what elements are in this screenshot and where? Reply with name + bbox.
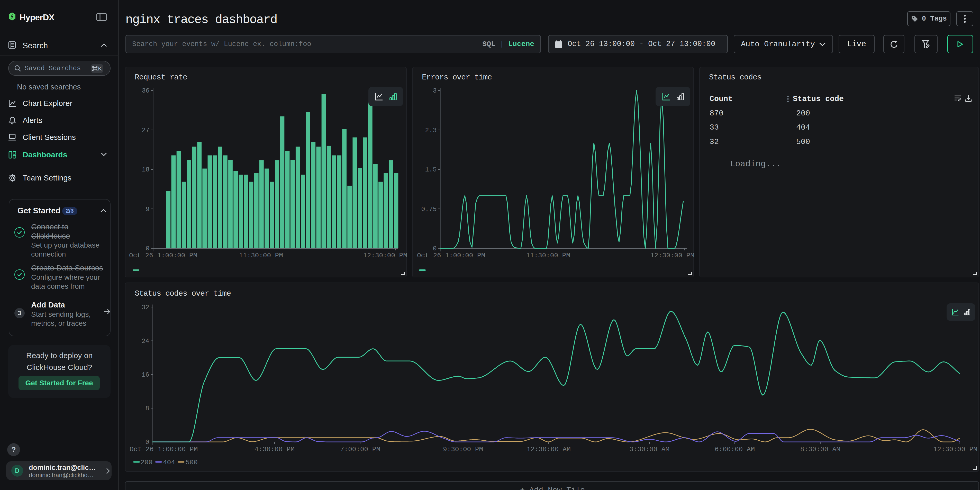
svg-text:12:30:00 PM: 12:30:00 PM [650,252,694,259]
svg-text:Oct 26 1:00:00 PM: Oct 26 1:00:00 PM [129,252,197,259]
svg-text:32: 32 [142,304,149,311]
svg-text:3: 3 [433,87,436,95]
svg-text:200: 200 [140,459,153,466]
svg-text:1.5: 1.5 [425,166,436,173]
svg-text:4:30:00 PM: 4:30:00 PM [255,445,294,453]
svg-text:11:30:00 PM: 11:30:00 PM [239,252,283,259]
svg-text:16: 16 [142,371,149,379]
svg-text:7:00:00 PM: 7:00:00 PM [340,445,380,453]
svg-text:2.3: 2.3 [425,127,436,134]
svg-text:12:30:00 PM: 12:30:00 PM [933,445,977,453]
svg-text:9: 9 [145,206,150,213]
svg-text:9:30:00 PM: 9:30:00 PM [443,445,483,453]
svg-text:8:30:00 AM: 8:30:00 AM [800,445,840,453]
svg-text:3:30:00 AM: 3:30:00 AM [629,445,670,453]
svg-text:6:00:00 AM: 6:00:00 AM [715,445,755,453]
svg-text:Oct 26 1:00:00 PM: Oct 26 1:00:00 PM [130,445,198,453]
svg-text:27: 27 [142,127,150,134]
svg-text:0: 0 [145,439,149,446]
svg-text:0.75: 0.75 [421,206,436,213]
svg-text:12:30:00 AM: 12:30:00 AM [527,445,571,453]
svg-text:500: 500 [186,459,198,466]
svg-text:8: 8 [145,405,149,412]
svg-text:Oct 26 1:00:00 PM: Oct 26 1:00:00 PM [417,252,485,259]
svg-text:11:30:00 PM: 11:30:00 PM [526,252,570,259]
svg-text:404: 404 [163,459,175,466]
svg-text:36: 36 [142,87,150,95]
svg-text:12:30:00 PM: 12:30:00 PM [363,252,407,259]
svg-text:24: 24 [142,337,149,345]
svg-text:18: 18 [142,166,150,173]
